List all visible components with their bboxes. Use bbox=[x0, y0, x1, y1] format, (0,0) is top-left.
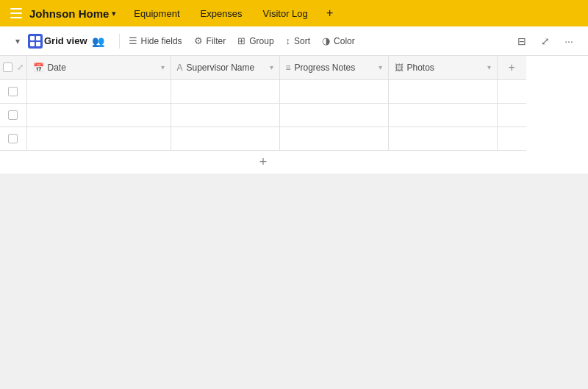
progress-col-icon: ≡ bbox=[286, 63, 291, 73]
fullscreen-button[interactable]: ⤢ bbox=[535, 31, 556, 51]
supervisor-col-chevron-icon[interactable]: ▾ bbox=[270, 63, 273, 71]
group-icon: ⊞ bbox=[237, 35, 245, 46]
date-col-label: Date bbox=[48, 63, 66, 73]
row-1-photos-cell[interactable] bbox=[388, 79, 497, 103]
row-3-checkbox[interactable] bbox=[8, 134, 18, 143]
color-label: Color bbox=[334, 36, 355, 46]
table-row bbox=[0, 103, 526, 126]
photos-column-header[interactable]: 🖼 Photos ▾ bbox=[388, 56, 497, 79]
row-1-date-cell[interactable] bbox=[26, 79, 171, 103]
add-row[interactable]: + bbox=[0, 150, 526, 174]
share-view-icon[interactable]: 👥 bbox=[92, 35, 104, 47]
row-2-checkbox-cell[interactable] bbox=[0, 103, 26, 126]
table-row bbox=[0, 79, 526, 103]
row-1-checkbox-cell[interactable] bbox=[0, 79, 26, 103]
group-label: Group bbox=[249, 36, 273, 46]
row-2-progress-cell[interactable] bbox=[279, 103, 388, 126]
row-3-supervisor-cell[interactable] bbox=[171, 126, 279, 150]
row-2-checkbox[interactable] bbox=[8, 110, 18, 120]
hide-fields-button[interactable]: ☰ Hide fields bbox=[123, 32, 188, 49]
hide-fields-label: Hide fields bbox=[141, 36, 182, 46]
more-options-button[interactable]: ··· bbox=[559, 31, 579, 51]
date-col-icon: 📅 bbox=[33, 63, 44, 73]
filter-button[interactable]: ⚙ Filter bbox=[188, 32, 232, 49]
view-label[interactable]: Grid view bbox=[44, 35, 87, 46]
row-height-button[interactable]: ⊟ bbox=[512, 31, 532, 51]
progress-col-label: Progress Notes bbox=[295, 63, 356, 73]
app-title-area[interactable]: Johnson Home ▾ bbox=[29, 7, 116, 20]
row-2-supervisor-cell[interactable] bbox=[171, 103, 279, 126]
app-title: Johnson Home bbox=[29, 7, 109, 20]
date-column-header[interactable]: 📅 Date ▾ bbox=[26, 56, 171, 79]
row-1-checkbox[interactable] bbox=[8, 87, 18, 96]
tab-expenses[interactable]: Expenses bbox=[192, 5, 251, 22]
color-button[interactable]: ◑ Color bbox=[316, 32, 361, 49]
toolbar-left: ▾ Grid view 👥 bbox=[9, 32, 104, 50]
hide-fields-icon: ☰ bbox=[129, 35, 137, 46]
progress-notes-column-header[interactable]: ≡ Progress Notes ▾ bbox=[279, 56, 388, 79]
toolbar: ▾ Grid view 👥 ☰ Hide fields ⚙ Filter ⊞ G… bbox=[0, 26, 588, 56]
add-row-button[interactable]: + bbox=[0, 150, 526, 174]
row-3-date-cell[interactable] bbox=[26, 126, 171, 150]
tab-visitor-log[interactable]: Visitor Log bbox=[254, 5, 317, 22]
hamburger-icon[interactable] bbox=[6, 3, 26, 24]
row-2-photos-cell[interactable] bbox=[388, 103, 497, 126]
checkbox-column-header[interactable]: ⤢ bbox=[0, 56, 26, 79]
supervisor-name-column-header[interactable]: A Supervisor Name ▾ bbox=[171, 56, 279, 79]
toolbar-right: ⊟ ⤢ ··· bbox=[512, 31, 579, 51]
table-container: ⤢ 📅 Date ▾ A Supervisor Name bbox=[0, 56, 588, 389]
color-icon: ◑ bbox=[322, 35, 330, 46]
title-chevron-icon: ▾ bbox=[112, 9, 116, 18]
photos-col-label: Photos bbox=[407, 63, 434, 73]
progress-col-chevron-icon[interactable]: ▾ bbox=[379, 63, 382, 71]
tab-equipment[interactable]: Equipment bbox=[125, 5, 188, 22]
filter-icon: ⚙ bbox=[194, 35, 203, 46]
date-col-chevron-icon[interactable]: ▾ bbox=[161, 63, 165, 71]
expand-icon[interactable]: ⤢ bbox=[17, 63, 24, 72]
main-table: ⤢ 📅 Date ▾ A Supervisor Name bbox=[0, 56, 526, 174]
row-3-checkbox-cell[interactable] bbox=[0, 126, 26, 150]
grid-view-icon bbox=[28, 34, 43, 49]
add-tab-button[interactable]: + bbox=[320, 3, 340, 24]
view-collapse-arrow[interactable]: ▾ bbox=[9, 32, 26, 50]
supervisor-col-icon: A bbox=[177, 63, 183, 73]
group-button[interactable]: ⊞ Group bbox=[232, 32, 279, 49]
table-row bbox=[0, 126, 526, 150]
sort-label: Sort bbox=[294, 36, 310, 46]
row-2-date-cell[interactable] bbox=[26, 103, 171, 126]
photos-col-chevron-icon[interactable]: ▾ bbox=[487, 63, 491, 71]
row-3-progress-cell[interactable] bbox=[279, 126, 388, 150]
row-1-supervisor-cell[interactable] bbox=[171, 79, 279, 103]
sort-button[interactable]: ↕ Sort bbox=[280, 32, 317, 49]
sort-icon: ↕ bbox=[286, 35, 291, 46]
row-3-photos-cell[interactable] bbox=[388, 126, 497, 150]
supervisor-col-label: Supervisor Name bbox=[187, 63, 255, 73]
toolbar-divider bbox=[119, 34, 120, 49]
table-wrapper: ⤢ 📅 Date ▾ A Supervisor Name bbox=[0, 56, 588, 174]
row-1-progress-cell[interactable] bbox=[279, 79, 388, 103]
filter-label: Filter bbox=[207, 36, 226, 46]
select-all-checkbox[interactable] bbox=[3, 63, 12, 72]
top-bar: Johnson Home ▾ Equipment Expenses Visito… bbox=[0, 0, 588, 26]
add-column-button[interactable]: + bbox=[497, 56, 526, 79]
photos-col-icon: 🖼 bbox=[395, 63, 404, 73]
